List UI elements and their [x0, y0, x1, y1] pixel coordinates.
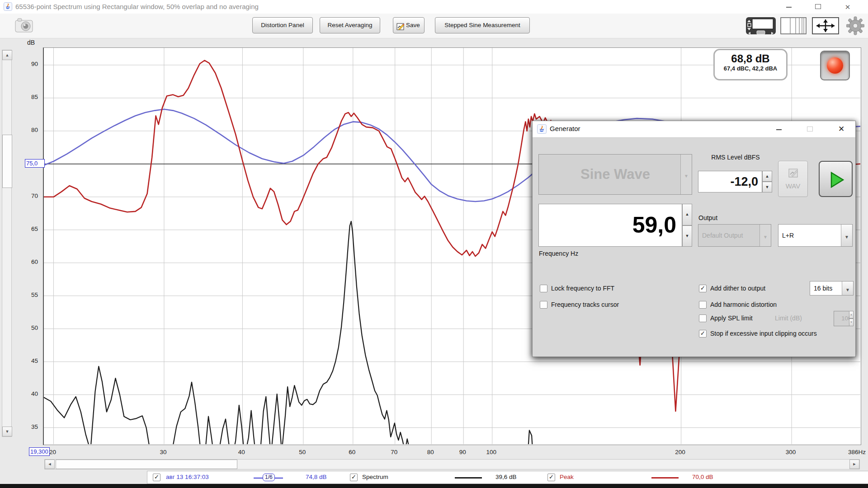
apply-spl-limit-label: Apply SPL limit [710, 314, 753, 322]
spl-limit-caption: Limit (dB) [775, 314, 802, 322]
spectrum-line-swatch [455, 477, 482, 479]
spl-limit-spin-down[interactable]: ▼ [849, 319, 854, 326]
distortion-panel-button[interactable]: Distortion Panel [252, 17, 313, 33]
rms-level-label: RMS Level dBFS [708, 154, 763, 161]
rms-spin-down[interactable]: ▼ [762, 182, 772, 192]
apply-spl-limit-checkbox[interactable] [699, 314, 707, 322]
capture-camera-icon[interactable] [14, 16, 34, 36]
wav-file-icon [788, 168, 799, 180]
output-channel-dropdown-arrow[interactable] [841, 225, 852, 246]
measurement-visibility-checkbox[interactable] [153, 474, 160, 481]
rms-level-field[interactable]: -12,0 [698, 171, 762, 192]
spl-limit-spin-up[interactable]: ▲ [849, 311, 854, 319]
frequency-field[interactable]: 59,0 [538, 204, 682, 247]
y-tick-label: 50 [16, 324, 38, 331]
scroll-down-button[interactable]: ▼ [2, 427, 12, 436]
close-button[interactable]: ✕ [840, 3, 855, 11]
save-button[interactable]: Save [393, 17, 425, 33]
x-tick-label: 40 [228, 449, 255, 455]
main-titlebar: 65536-point Spectrum using Rectangular w… [0, 0, 868, 14]
maximize-button[interactable] [810, 3, 826, 11]
spl-sub-value: 67,4 dBC, 42,2 dBA [715, 65, 786, 72]
java-app-icon [537, 124, 547, 136]
spectrum-legend-value: 39,6 dB [495, 474, 517, 480]
frequency-spin-down[interactable]: ▼ [682, 225, 692, 247]
x-tick-label: 60 [339, 449, 366, 455]
spectrum-legend-label[interactable]: Spectrum [362, 474, 388, 480]
y-tick-label: 40 [16, 390, 38, 397]
minimize-button[interactable] [781, 3, 797, 11]
scroll-left-button[interactable]: ◄ [45, 460, 55, 469]
generator-close-button[interactable]: ✕ [835, 125, 848, 134]
frequency-label: Frequency Hz [539, 250, 578, 257]
frequency-tracks-cursor-checkbox[interactable] [540, 301, 547, 309]
x-tick-label: 50 [289, 449, 316, 455]
window-title: 65536-point Spectrum using Rectangular w… [15, 3, 259, 10]
frequency-axis-icon[interactable] [780, 17, 807, 36]
frequency-spin-up[interactable]: ▲ [682, 204, 692, 225]
stepped-sine-measurement-button[interactable]: Stepped Sine Measurement [435, 17, 530, 33]
spl-meter: 68,8 dB 67,4 dBC, 42,2 dBA [713, 49, 788, 80]
generator-titlebar[interactable]: Generator ✕ [533, 121, 855, 138]
peak-legend-label[interactable]: Peak [560, 474, 574, 480]
output-label: Output [698, 214, 717, 221]
spectrum-visibility-checkbox[interactable] [350, 474, 358, 481]
y-tick-label: 85 [16, 94, 38, 100]
pan-arrows-icon[interactable] [812, 17, 839, 36]
rms-spin-up[interactable]: ▲ [762, 171, 772, 182]
frequency-value: 59,0 [539, 204, 682, 246]
play-triangle-icon [830, 172, 844, 194]
signal-type-select[interactable]: Sine Wave [538, 154, 692, 195]
add-harmonic-distortion-label: Add harmonic distortion [710, 301, 777, 308]
measurement-panel-icon[interactable] [745, 15, 777, 38]
rms-level-value: -12,0 [698, 171, 762, 192]
peak-visibility-checkbox[interactable] [547, 474, 555, 481]
wav-button-label: WAV [778, 182, 807, 190]
vertical-scrollbar[interactable]: ▲ ▼ [2, 50, 12, 437]
window-bottom-edge [0, 484, 868, 488]
x-tick-label: 300 [777, 449, 804, 455]
rms-level-spinner[interactable]: ▲ ▼ [762, 171, 772, 192]
smoothing-badge[interactable]: 1/6 [263, 474, 275, 481]
output-channel-select[interactable]: L+R [778, 224, 853, 247]
horizontal-scrollbar[interactable]: ◄ ► [44, 459, 860, 469]
generator-maximize-button[interactable] [803, 125, 816, 134]
output-device-select[interactable]: Default Output [698, 224, 771, 247]
y-tick-label: 45 [16, 357, 38, 364]
settings-gear-icon[interactable] [846, 16, 864, 37]
y-tick-label: 70 [16, 192, 38, 199]
peak-line-swatch [651, 477, 679, 479]
play-button[interactable] [819, 161, 853, 197]
frequency-spinner[interactable]: ▲ ▼ [682, 204, 692, 247]
dither-bits-select[interactable]: 16 bits [810, 281, 854, 296]
vertical-scroll-thumb[interactable] [2, 135, 12, 188]
scroll-up-button[interactable]: ▲ [2, 50, 12, 60]
generator-minimize-button[interactable] [772, 125, 786, 134]
horizontal-scroll-thumb[interactable] [56, 460, 237, 469]
scroll-right-button[interactable]: ► [849, 460, 859, 469]
output-device-dropdown-arrow[interactable] [760, 225, 771, 246]
add-dither-label: Add dither to output [710, 285, 765, 292]
lock-frequency-checkbox[interactable] [540, 285, 547, 292]
measurement-legend-label[interactable]: авг 13 16:37:03 [166, 474, 209, 480]
y-tick-label: 80 [16, 127, 38, 133]
cursor-frequency-readout: 19,300 [29, 447, 50, 456]
y-axis-title: dB [27, 39, 35, 46]
add-harmonic-distortion-checkbox[interactable] [699, 301, 707, 309]
record-dot-icon [827, 57, 843, 74]
record-button[interactable] [820, 51, 850, 80]
x-tick-label: 200 [667, 449, 694, 455]
y-tick-label: 90 [16, 61, 38, 67]
spl-main-value: 68,8 dB [715, 52, 786, 65]
wav-button[interactable]: WAV [778, 161, 808, 197]
generator-window[interactable]: Generator ✕ Sine Wave RMS Level dBFS -12… [532, 121, 856, 357]
add-dither-checkbox[interactable] [699, 285, 707, 292]
y-tick-label: 55 [16, 291, 38, 298]
save-chart-pencil-icon [396, 21, 405, 37]
spl-limit-spinner[interactable]: ▲ ▼ [849, 311, 854, 326]
stop-on-clipping-checkbox[interactable] [699, 330, 707, 338]
reset-averaging-button[interactable]: Reset Averaging [320, 17, 380, 33]
signal-type-dropdown-arrow[interactable] [680, 155, 692, 194]
frequency-tracks-cursor-label: Frequency tracks cursor [551, 301, 619, 308]
dither-bits-dropdown-arrow[interactable] [842, 282, 853, 295]
